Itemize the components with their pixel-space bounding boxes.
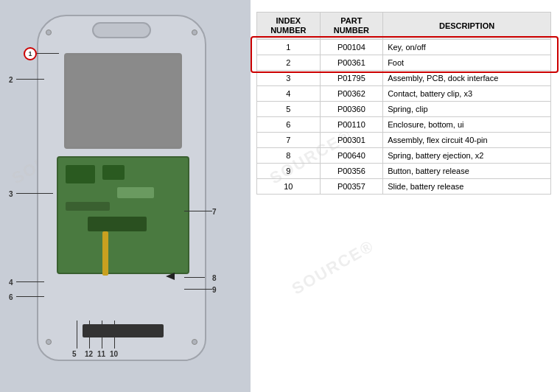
- cell-part: P00640: [320, 148, 383, 164]
- callout-4-line: [16, 281, 44, 282]
- cell-part: P00104: [320, 40, 383, 55]
- device-handle: [92, 22, 151, 38]
- cell-index: 2: [257, 55, 321, 71]
- cell-desc: Spring, clip: [383, 102, 551, 117]
- cell-index: 7: [257, 133, 321, 148]
- callout-1-circle: 1: [24, 47, 37, 60]
- col-header-index: INDEXNUMBER: [257, 13, 321, 40]
- callout-8-line: [184, 277, 205, 278]
- callout-4: 4: [9, 279, 13, 287]
- cell-desc: Assembly, flex circuit 40-pin: [383, 133, 551, 148]
- cell-desc: Assembly, PCB, dock interface: [383, 71, 551, 86]
- callout-9: 9: [212, 286, 217, 294]
- device-connector: [83, 324, 164, 337]
- callout-1-line: [37, 53, 59, 54]
- watermark-right-3: SOURCE®: [289, 237, 378, 299]
- callout-10-vline: [114, 321, 115, 349]
- device-shell: [37, 15, 206, 361]
- cell-part: P00360: [320, 102, 383, 117]
- device-pcb: [57, 156, 189, 274]
- device-drawing: 1 2 3 4 6 7 8 9 5 12 11 10: [22, 15, 221, 368]
- cell-desc: Contact, battery clip, x3: [383, 86, 551, 102]
- callout-11: 11: [97, 350, 105, 358]
- device-screen: [64, 53, 182, 149]
- callout-2-line: [16, 79, 44, 80]
- cell-part: P00361: [320, 55, 383, 71]
- table-row: 8P00640Spring, battery ejection, x2: [257, 148, 551, 164]
- cell-index: 1: [257, 40, 321, 55]
- cell-desc: Enclosure, bottom, ui: [383, 117, 551, 133]
- callout-9-line: [184, 289, 212, 290]
- cell-desc: Key, on/off: [383, 40, 551, 55]
- callout-5-vline: [77, 321, 77, 349]
- cell-part: P00362: [320, 86, 383, 102]
- callout-10: 10: [110, 350, 118, 358]
- table-row: 7P00301Assembly, flex circuit 40-pin: [257, 133, 551, 148]
- cell-index: 5: [257, 102, 321, 117]
- callout-5: 5: [72, 350, 77, 358]
- callout-11-vline: [102, 321, 102, 349]
- callout-2: 2: [9, 76, 13, 84]
- cell-part: P00356: [320, 164, 383, 179]
- cell-desc: Foot: [383, 55, 551, 71]
- parts-table: INDEXNUMBER PARTNUMBER DESCRIPTION 1P001…: [256, 12, 551, 195]
- cell-index: 3: [257, 71, 321, 86]
- table-row: 3P01795Assembly, PCB, dock interface: [257, 71, 551, 86]
- table-row: 1P00104Key, on/off: [257, 40, 551, 55]
- cell-desc: Slide, battery release: [383, 179, 551, 195]
- table-row: 6P00110Enclosure, bottom, ui: [257, 117, 551, 133]
- callout-7-line: [184, 211, 212, 211]
- device-image: SOURCE® SOURCE® SOURCE®: [0, 0, 251, 392]
- cell-part: P00357: [320, 179, 383, 195]
- cell-index: 10: [257, 179, 321, 195]
- cell-index: 8: [257, 148, 321, 164]
- callout-12-vline: [89, 321, 90, 349]
- table-row: 9P00356Button, battery release: [257, 164, 551, 179]
- cell-index: 6: [257, 117, 321, 133]
- cell-part: P00301: [320, 133, 383, 148]
- cell-desc: Button, battery release: [383, 164, 551, 179]
- callout-6-line: [16, 296, 44, 297]
- callout-3-line: [16, 193, 53, 194]
- cell-index: 4: [257, 86, 321, 102]
- cell-desc: Spring, battery ejection, x2: [383, 148, 551, 164]
- callout-6: 6: [9, 293, 13, 301]
- callout-8: 8: [212, 274, 217, 282]
- table-row: 2P00361Foot: [257, 55, 551, 71]
- cell-part: P00110: [320, 117, 383, 133]
- cell-index: 9: [257, 164, 321, 179]
- parts-table-area: SOURCE® SOURCE® SOURCE® INDEXNUMBER PART…: [251, 0, 560, 392]
- col-header-desc: DESCRIPTION: [383, 13, 551, 40]
- table-row: 4P00362Contact, battery clip, x3: [257, 86, 551, 102]
- table-row: 5P00360Spring, clip: [257, 102, 551, 117]
- callout-3: 3: [9, 190, 13, 198]
- col-header-part: PARTNUMBER: [320, 13, 383, 40]
- cell-part: P01795: [320, 71, 383, 86]
- callout-12: 12: [85, 350, 93, 358]
- table-row: 10P00357Slide, battery release: [257, 179, 551, 195]
- callout-arrow: [166, 273, 175, 280]
- callout-7: 7: [212, 208, 217, 216]
- table-header-row: INDEXNUMBER PARTNUMBER DESCRIPTION: [257, 13, 551, 40]
